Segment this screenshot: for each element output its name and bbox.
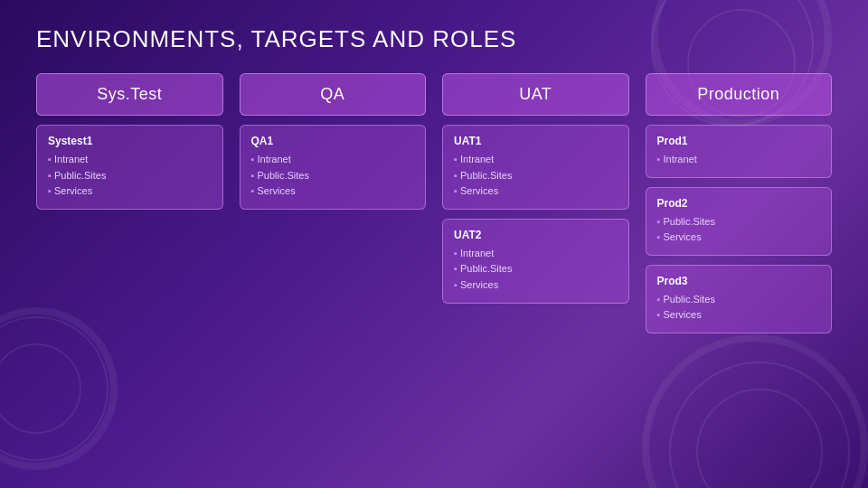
col-header-qa: QA (240, 73, 427, 116)
column-qa: QAQA1IntranetPublic.SitesServices (240, 73, 427, 210)
list-item: Intranet (657, 152, 821, 168)
sub-box-title-qa1: QA1 (251, 135, 415, 147)
list-item: Services (251, 183, 415, 200)
list-item: Public.Sites (251, 168, 415, 184)
list-item: Public.Sites (454, 261, 618, 277)
sub-box-prod2: Prod2Public.SitesServices (646, 187, 833, 256)
list-item: Intranet (251, 152, 415, 168)
list-item: Services (657, 230, 821, 246)
sub-box-uat2: UAT2IntranetPublic.SitesServices (442, 219, 629, 304)
bg-decoration-3 (669, 361, 850, 488)
col-header-uat: UAT (442, 73, 629, 116)
list-item: Public.Sites (454, 168, 618, 184)
col-header-production: Production (646, 73, 833, 116)
sub-box-prod3: Prod3Public.SitesServices (646, 265, 833, 333)
sub-box-title-prod1: Prod1 (657, 135, 821, 147)
list-item: Public.Sites (657, 292, 821, 308)
sub-box-qa1: QA1IntranetPublic.SitesServices (240, 125, 427, 210)
page-content: ENVIRONMENTS, TARGETS AND ROLES Sys.Test… (0, 0, 868, 352)
list-item: Intranet (454, 152, 618, 168)
list-item: Services (48, 183, 212, 200)
sub-box-prod1: Prod1Intranet (646, 125, 833, 178)
columns-container: Sys.TestSystest1IntranetPublic.SitesServ… (36, 73, 832, 333)
page-title: ENVIRONMENTS, TARGETS AND ROLES (36, 25, 832, 53)
bg-decoration-6 (0, 343, 81, 434)
list-item: Public.Sites (657, 214, 821, 230)
sub-box-title-uat2: UAT2 (454, 229, 618, 241)
sub-box-uat1: UAT1IntranetPublic.SitesServices (442, 125, 629, 210)
sub-box-title-prod2: Prod2 (657, 197, 821, 210)
col-header-systest: Sys.Test (36, 73, 223, 116)
list-item: Public.Sites (48, 168, 212, 184)
sub-box-systest1: Systest1IntranetPublic.SitesServices (36, 125, 223, 210)
gear-decoration-2 (642, 334, 868, 488)
column-production: ProductionProd1IntranetProd2Public.Sites… (646, 73, 833, 333)
bg-decoration-4 (696, 389, 823, 488)
sub-box-title-prod3: Prod3 (657, 275, 821, 287)
column-uat: UATUAT1IntranetPublic.SitesServicesUAT2I… (442, 73, 629, 304)
list-item: Intranet (48, 152, 212, 168)
column-systest: Sys.TestSystest1IntranetPublic.SitesServ… (36, 73, 223, 210)
list-item: Services (657, 307, 821, 324)
sub-box-title-uat1: UAT1 (454, 135, 618, 147)
list-item: Services (454, 277, 618, 294)
list-item: Intranet (454, 246, 618, 262)
list-item: Services (454, 183, 618, 200)
sub-box-title-systest1: Systest1 (48, 135, 212, 147)
